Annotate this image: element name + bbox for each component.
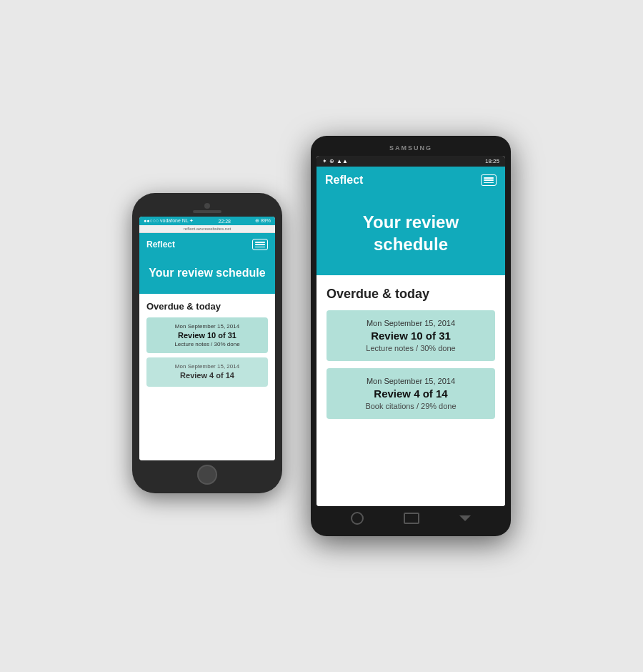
iphone-app-header: Reflect xyxy=(139,233,275,256)
iphone-status-bar: ●●○○○ vodafone NL ✦ 22:28 ⊕ 89% xyxy=(139,217,275,225)
samsung-card-2-date: Mon September 15, 2014 xyxy=(337,377,485,385)
samsung-section-title: Overdue & today xyxy=(327,287,495,302)
iphone-home-button-area xyxy=(197,460,217,486)
hamburger-line-3 xyxy=(484,182,494,184)
samsung-card-1-sub: Lecture notes / 30% done xyxy=(337,344,485,352)
samsung-app-title: Reflect xyxy=(325,174,363,187)
samsung-content: Overdue & today Mon September 15, 2014 R… xyxy=(316,275,505,506)
hamburger-line-3 xyxy=(255,247,265,248)
iphone-home-button[interactable] xyxy=(197,465,217,485)
bluetooth-icon: ✶ xyxy=(322,158,327,164)
iphone-review-card-1[interactable]: Mon September 15, 2014 Review 10 of 31 L… xyxy=(146,317,268,353)
scene: ●●○○○ vodafone NL ✦ 22:28 ⊕ 89% reflect.… xyxy=(0,0,643,672)
iphone-section-title: Overdue & today xyxy=(146,301,268,312)
samsung-app-header: Reflect xyxy=(316,167,505,194)
iphone-app-title: Reflect xyxy=(146,239,175,249)
iphone-hero-title: Your review schedule xyxy=(146,266,268,281)
iphone-card-1-title: Review 10 of 31 xyxy=(154,331,261,340)
samsung-card-2-title: Review 4 of 14 xyxy=(337,387,485,400)
samsung-home-button[interactable] xyxy=(404,513,419,524)
hamburger-line-1 xyxy=(255,242,265,243)
iphone-hero: Your review schedule xyxy=(139,256,275,294)
samsung-back-button[interactable] xyxy=(459,515,471,521)
samsung-top: SAMSUNG xyxy=(316,144,505,156)
samsung-status-icons: ✶ ⊕ ▲▲ xyxy=(322,158,348,164)
iphone-card-1-date: Mon September 15, 2014 xyxy=(154,323,261,330)
iphone-battery: ⊕ 89% xyxy=(255,218,271,224)
iphone-menu-button[interactable] xyxy=(252,239,268,250)
iphone-url-bar: reflect.azurewebsites.net xyxy=(139,225,275,233)
samsung-review-card-2[interactable]: Mon September 15, 2014 Review 4 of 14 Bo… xyxy=(327,368,495,419)
hamburger-line-1 xyxy=(484,177,494,179)
iphone-content: Overdue & today Mon September 15, 2014 R… xyxy=(139,294,275,460)
iphone-screen: ●●○○○ vodafone NL ✦ 22:28 ⊕ 89% reflect.… xyxy=(139,217,275,460)
samsung-card-1-date: Mon September 15, 2014 xyxy=(337,319,485,327)
iphone-url: reflect.azurewebsites.net xyxy=(184,227,231,231)
samsung-bottom-nav xyxy=(316,506,505,528)
samsung-brand-label: SAMSUNG xyxy=(389,144,432,152)
samsung-card-2-sub: Book citations / 29% done xyxy=(337,402,485,410)
samsung-menu-button[interactable] xyxy=(481,174,497,186)
samsung-status-bar: ✶ ⊕ ▲▲ 18:25 xyxy=(316,156,505,167)
iphone-card-2-title: Review 4 of 14 xyxy=(154,371,261,380)
samsung-screen: ✶ ⊕ ▲▲ 18:25 Reflect Your review schedul… xyxy=(316,156,505,506)
samsung-hero-title: Your review schedule xyxy=(328,211,494,255)
wifi-icon: ⊕ xyxy=(329,158,334,164)
samsung-device: SAMSUNG ✶ ⊕ ▲▲ 18:25 Reflect xyxy=(311,136,511,536)
samsung-review-card-1[interactable]: Mon September 15, 2014 Review 10 of 31 L… xyxy=(327,310,495,361)
signal-icon: ▲▲ xyxy=(337,158,348,164)
iphone-device: ●●○○○ vodafone NL ✦ 22:28 ⊕ 89% reflect.… xyxy=(132,193,282,493)
iphone-speaker xyxy=(193,210,221,213)
iphone-time: 22:28 xyxy=(218,219,231,224)
iphone-camera xyxy=(204,203,210,209)
hamburger-line-2 xyxy=(484,179,494,181)
samsung-recent-button[interactable] xyxy=(351,512,364,525)
samsung-hero: Your review schedule xyxy=(316,194,505,275)
samsung-time: 18:25 xyxy=(485,158,499,164)
iphone-carrier: ●●○○○ vodafone NL ✦ xyxy=(144,218,194,224)
iphone-review-card-2[interactable]: Mon September 15, 2014 Review 4 of 14 xyxy=(146,357,268,387)
hamburger-line-2 xyxy=(255,244,265,245)
iphone-card-2-date: Mon September 15, 2014 xyxy=(154,363,261,370)
iphone-notch xyxy=(139,200,275,217)
iphone-card-1-sub: Lecture notes / 30% done xyxy=(154,341,261,347)
samsung-card-1-title: Review 10 of 31 xyxy=(337,330,485,342)
